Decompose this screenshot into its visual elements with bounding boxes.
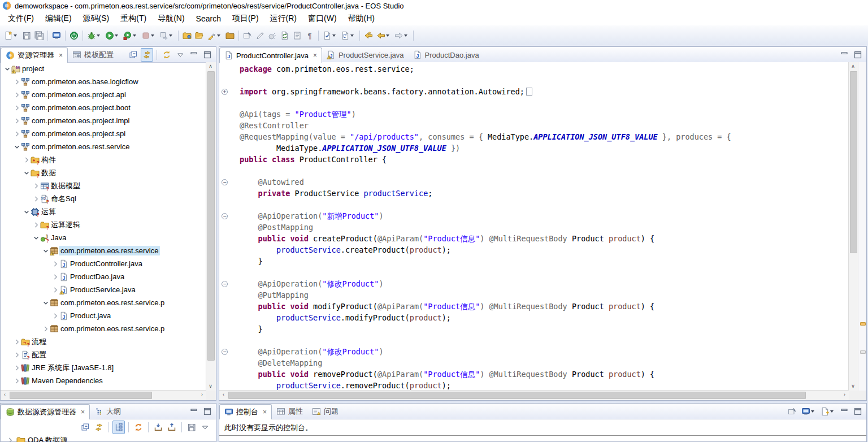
close-tab-icon[interactable]: × [263, 408, 267, 416]
dropdown-arrow-icon[interactable] [811, 410, 814, 413]
tree-item-流程[interactable]: ?流程 [1, 335, 206, 348]
tree-item-ProductDao.java[interactable]: JProductDao.java [1, 270, 206, 283]
close-tab-icon[interactable]: × [59, 51, 63, 59]
editor-horizontal-scrollbar[interactable]: ‹ › [219, 390, 849, 400]
overview-annotation-mark[interactable] [860, 350, 866, 354]
dropdown-arrow-icon[interactable] [386, 34, 389, 37]
dropdown-arrow-icon[interactable] [14, 34, 17, 37]
open-resource-button[interactable] [193, 29, 206, 42]
explorer-horizontal-scrollbar[interactable]: ‹ › [1, 390, 206, 400]
menu-item-8[interactable]: 窗口(W) [302, 12, 342, 25]
dropdown-arrow-icon[interactable] [332, 34, 336, 37]
tab-ProductController.java[interactable]: JProductController.java× [219, 47, 322, 63]
scroll-up-icon[interactable]: ∧ [206, 62, 215, 71]
tree-item-com.primeton.eos.base.logicflow[interactable]: com.primeton.eos.base.logicflow [1, 75, 206, 88]
tree-item-com.primeton.eos.rest.service[interactable]: com.primeton.eos.rest.service [1, 140, 206, 153]
tree-item-com.primeton.eos.rest.service[interactable]: com.primeton.eos.rest.service [1, 244, 206, 257]
chevron-collapsed-icon[interactable] [51, 273, 59, 281]
refresh-orange-button[interactable] [132, 421, 145, 434]
chevron-collapsed-icon[interactable] [12, 364, 21, 372]
minimize-button[interactable] [188, 405, 200, 418]
save-grey-button[interactable] [185, 421, 198, 434]
format-button[interactable] [254, 29, 266, 42]
pilcrow-button[interactable]: ¶ [303, 29, 316, 42]
chevron-expanded-icon[interactable] [3, 65, 11, 73]
clean-button[interactable] [266, 29, 279, 42]
scroll-down-icon[interactable]: ∨ [206, 382, 215, 391]
dropdown-arrow-icon[interactable] [169, 34, 172, 37]
chevron-collapsed-icon[interactable] [32, 182, 40, 190]
view-menu-button[interactable] [174, 48, 186, 62]
last-edit-button[interactable] [362, 29, 375, 42]
maximize-button[interactable] [201, 48, 214, 62]
tree-item-ProductService.java[interactable]: JProductService.java [1, 283, 206, 296]
chevron-expanded-icon[interactable] [32, 234, 40, 242]
scroll-down-icon[interactable]: ∨ [849, 382, 857, 391]
dropdown-arrow-icon[interactable] [404, 34, 407, 37]
chevron-collapsed-icon[interactable] [12, 338, 21, 346]
chevron-collapsed-icon[interactable] [12, 130, 21, 138]
dropdown-arrow-icon[interactable] [151, 34, 154, 37]
menu-item-1[interactable]: 编辑(E) [40, 12, 77, 25]
scrollbar-thumb[interactable] [228, 392, 806, 399]
fold-marker[interactable]: − [219, 278, 232, 289]
chevron-collapsed-icon[interactable] [12, 91, 21, 99]
chevron-collapsed-icon[interactable] [32, 221, 40, 229]
power-button[interactable] [68, 29, 80, 42]
tree-item-JRE 系统库 [JavaSE-1.8][interactable]: JRE 系统库 [JavaSE-1.8] [1, 361, 206, 374]
tab-ProductDao.java[interactable]: JProductDao.java [409, 47, 484, 62]
show-doc-button[interactable] [291, 29, 303, 42]
terminate-button[interactable] [140, 29, 158, 42]
scroll-left-icon[interactable]: ‹ [1, 391, 9, 399]
overview-annotation-mark[interactable] [860, 322, 866, 326]
chevron-collapsed-icon[interactable] [41, 325, 50, 333]
tab-问题[interactable]: 问题 [307, 404, 343, 419]
save-button[interactable] [20, 29, 33, 42]
link-editor-button[interactable] [141, 48, 153, 62]
tree-item-运算[interactable]: ?运算 [1, 205, 206, 218]
forward-button[interactable] [393, 29, 411, 42]
scroll-up-icon[interactable]: ∧ [849, 62, 857, 71]
debug-button[interactable] [85, 29, 103, 42]
load-folder-button[interactable] [224, 29, 236, 42]
tab-数据源资源管理器[interactable]: 数据源资源管理器× [1, 404, 90, 419]
dropdown-arrow-icon[interactable] [97, 34, 100, 37]
dropdown-arrow-icon[interactable] [217, 34, 220, 37]
chevron-collapsed-icon[interactable] [51, 286, 59, 294]
minimize-button[interactable] [838, 48, 850, 62]
tree-mode-button[interactable] [112, 421, 125, 434]
open-console-button[interactable] [819, 405, 837, 418]
tree-item-Product.java[interactable]: JProduct.java [1, 309, 206, 322]
tree-item-com.primeton.eos.project.spi[interactable]: com.primeton.eos.project.spi [1, 127, 206, 140]
menu-item-4[interactable]: 导航(N) [152, 12, 190, 25]
menu-item-9[interactable]: 帮助(H) [342, 12, 380, 25]
tree-item-Maven Dependencies[interactable]: Maven Dependencies [1, 374, 206, 387]
tab-模板配置[interactable]: 模板配置 [68, 47, 118, 62]
chevron-expanded-icon[interactable] [22, 208, 31, 216]
scroll-right-icon[interactable]: › [198, 391, 206, 399]
fold-marker[interactable]: − [219, 210, 232, 222]
tree-item-com.primeton.eos.project.api[interactable]: com.primeton.eos.project.api [1, 88, 206, 101]
tab-大纲[interactable]: 大纲 [90, 404, 125, 419]
tree-item-com.primeton.eos.rest.service.p[interactable]: com.primeton.eos.rest.service.p [1, 296, 206, 309]
tree-item-配置[interactable]: ?配置 [1, 348, 206, 361]
hierarchy-button[interactable] [339, 29, 357, 42]
editor-vertical-scrollbar[interactable]: ∧ ∨ [848, 62, 858, 391]
chevron-collapsed-icon[interactable] [51, 312, 59, 320]
chevron-collapsed-icon[interactable] [32, 195, 40, 203]
tree-item-ProductController.java[interactable]: JProductController.java [1, 257, 206, 270]
dropdown-arrow-icon[interactable] [133, 34, 136, 37]
scrollbar-thumb[interactable] [10, 392, 152, 399]
tree-item-命名Sql[interactable]: SQL?命名Sql [1, 192, 206, 205]
tree-item-数据模型[interactable]: ?数据模型 [1, 179, 206, 192]
tree-item-Java[interactable]: J?Java [1, 231, 206, 244]
maximize-button[interactable] [852, 48, 864, 62]
export-button[interactable] [166, 421, 178, 434]
menu-item-6[interactable]: 项目(P) [227, 12, 264, 25]
fold-marker[interactable]: − [219, 176, 232, 188]
back-button[interactable] [375, 29, 393, 42]
maximize-button[interactable] [852, 405, 864, 418]
scrollbar-thumb[interactable] [207, 71, 215, 361]
console-button[interactable] [50, 29, 63, 42]
chevron-expanded-icon[interactable] [41, 299, 50, 307]
